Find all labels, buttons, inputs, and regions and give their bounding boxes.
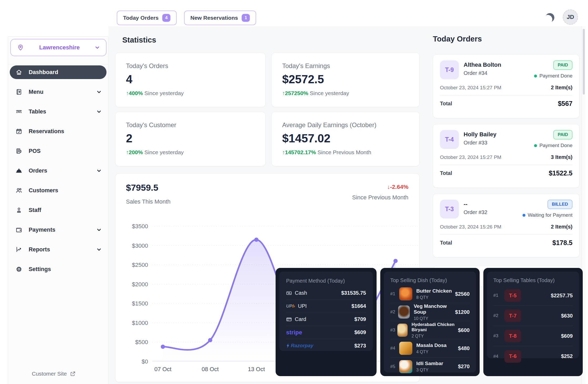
table-row: #3 T-8 $609	[493, 326, 573, 346]
sidebar-item-pos[interactable]: POS	[10, 144, 107, 158]
status-dot	[534, 75, 537, 77]
today-orders-button-label: Today Orders	[123, 15, 159, 21]
dish-name: Idli Sambar	[416, 361, 443, 366]
dish-row: #1 Butter Chicken8 QTY $2560	[390, 285, 470, 303]
table-chip-red: T-7	[504, 309, 521, 322]
location-label: Lawrenceshire	[24, 44, 95, 51]
order-number: Order #34	[464, 70, 501, 76]
sales-delta-note: Since Previous Month	[352, 194, 408, 201]
sidebar-item-menu[interactable]: Menu	[10, 85, 107, 99]
sidebar-item-tables[interactable]: Tables	[10, 105, 107, 118]
sidebar-item-payments[interactable]: Payments	[10, 223, 107, 237]
dish-price: $600	[458, 327, 470, 333]
new-reservations-button-label: New Reservations	[190, 15, 238, 21]
y-tick-label: $3000	[132, 242, 148, 249]
table-chip-red: T-5	[504, 289, 521, 302]
users-icon	[16, 187, 22, 194]
dish-photo	[397, 324, 408, 337]
upi-logo: UPI›	[286, 304, 295, 309]
sidebar-item-label: Menu	[29, 89, 90, 95]
stat-card-todays-orders: Today's Orders 4 ↑400% Since yesterday	[115, 53, 266, 107]
stat-label: Today's Earnings	[282, 62, 409, 70]
today-orders-button[interactable]: Today Orders 4	[117, 11, 177, 25]
sidebar: Lawrenceshire Dashboard Menu Tables Rese…	[8, 36, 108, 384]
sidebar-divider	[8, 64, 108, 64]
payment-amount: $31535.75	[341, 290, 366, 296]
order-number: Order #32	[464, 209, 487, 215]
external-link-icon	[70, 371, 76, 377]
stat-value: $2572.5	[282, 73, 409, 86]
dish-price: $480	[458, 345, 470, 351]
chevron-down-icon	[97, 110, 101, 113]
order-date: October 23, 2024 15:26 PM	[440, 224, 501, 230]
sidebar-item-label: Payments	[29, 227, 90, 233]
payment-row: Razorpay $273	[286, 339, 366, 352]
statistics-heading: Statistics	[122, 36, 156, 44]
sidebar-item-reservations[interactable]: Reservations	[10, 124, 107, 138]
y-tick-label: $1500	[132, 300, 148, 307]
order-items-count: 2 Item(s)	[551, 224, 572, 230]
order-items-count: 2 Item(s)	[551, 85, 572, 91]
sidebar-item-settings[interactable]: ⚙ Settings	[10, 262, 107, 276]
table-chip-red: T-6	[504, 350, 521, 363]
table-chip: T-3	[440, 200, 459, 219]
dish-rank: #2	[390, 309, 398, 315]
new-reservations-button[interactable]: New Reservations 1	[184, 11, 256, 25]
today-orders-heading: Today Orders	[433, 35, 482, 43]
payment-status: Waiting for Payment	[523, 212, 572, 218]
scrollbar-thumb[interactable]	[583, 29, 585, 95]
dish-row: #3 Hyderabadi Chicken Biryani2 QTY $600	[390, 321, 470, 339]
total-label: Total	[440, 170, 452, 176]
stat-delta-note: Since yesterday	[144, 149, 184, 155]
payment-status: Payment Done	[534, 73, 572, 79]
stat-label: Today's Customer	[126, 121, 255, 129]
table-chip: T-4	[440, 130, 459, 149]
chevron-down-icon	[97, 228, 101, 232]
dish-rank: #1	[390, 291, 399, 297]
stat-card-todays-earnings: Today's Earnings $2572.5 ↑257250% Since …	[271, 53, 420, 107]
stat-card-average-daily-earnings: Average Daily Earnings (October) $1457.0…	[271, 112, 420, 166]
order-date: October 23, 2024 15:27 PM	[440, 154, 501, 160]
table-rank: #2	[493, 313, 502, 318]
dish-name: Hyderabadi Chicken Biryani	[412, 322, 458, 333]
stat-delta-note: Since Previous Month	[317, 149, 371, 155]
location-selector[interactable]: Lawrenceshire	[10, 39, 107, 56]
stat-label: Average Daily Earnings (October)	[282, 121, 409, 129]
dark-mode-moon-icon[interactable]	[545, 12, 555, 23]
customer-site-link[interactable]: Customer Site	[32, 371, 76, 377]
today-orders-count-badge: 4	[162, 14, 170, 22]
delta-up-arrow: ↑	[282, 90, 285, 96]
sidebar-item-staff[interactable]: Staff	[10, 203, 107, 217]
dish-name: Veg Manchow Soup	[414, 303, 455, 315]
dish-photo	[398, 305, 410, 319]
card-divider	[440, 165, 572, 165]
customer-name: Althea Bolton	[464, 61, 501, 68]
y-tick-label: $500	[135, 339, 148, 346]
order-total: $1522.5	[549, 169, 572, 177]
status-badge: BILLED	[548, 200, 572, 209]
wallet-icon	[16, 226, 22, 233]
sidebar-item-dashboard[interactable]: Dashboard	[10, 65, 107, 79]
payment-row: Card $709	[286, 313, 366, 326]
table-row: #4 T-6 $252	[493, 346, 573, 366]
dish-photo	[399, 287, 412, 300]
dish-row: #2 Veg Manchow Soup10 QTY $1200	[390, 303, 470, 321]
dish-name: Masala Dosa	[416, 343, 447, 348]
sidebar-item-orders[interactable]: Orders	[10, 164, 107, 178]
y-tick-label: $2000	[132, 281, 148, 288]
chevron-down-icon	[97, 169, 101, 173]
dish-qty: 4 QTY	[416, 350, 447, 354]
user-avatar[interactable]: JD	[563, 9, 578, 25]
sidebar-item-customers[interactable]: Customers	[10, 184, 107, 197]
table-amount: $609	[561, 333, 573, 339]
payment-row: UPI›UPI $1664	[286, 300, 366, 313]
sidebar-item-label: Orders	[29, 168, 90, 174]
calendar-check-icon	[16, 128, 22, 135]
dish-row: #5 Idli Sambar3 QTY $270	[390, 357, 470, 376]
dish-rank: #5	[390, 364, 399, 369]
sidebar-nav: Dashboard Menu Tables Reservations POS O…	[10, 65, 107, 276]
top-selling-tables-panel: Top Selling Tables (Today) #1 T-5 $2257.…	[483, 268, 583, 376]
sidebar-item-reports[interactable]: Reports	[10, 243, 107, 256]
x-tick-label: 08 Oct	[202, 366, 219, 373]
stat-delta-pct: 145702.17%	[285, 149, 316, 155]
